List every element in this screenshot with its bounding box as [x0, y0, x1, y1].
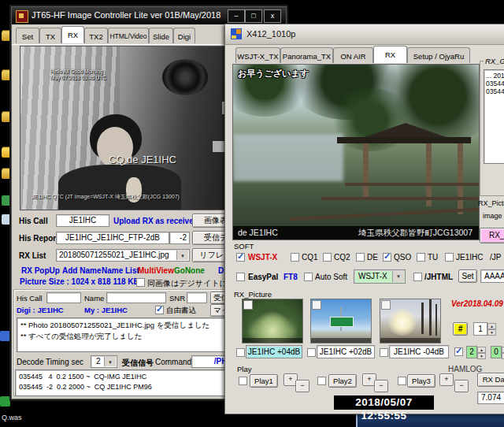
upload-rx-link[interactable]: Upload RX as received: [113, 217, 198, 225]
set-button[interactable]: Set: [458, 269, 477, 283]
play1-button[interactable]: Play1: [250, 374, 278, 388]
chevron-down-icon[interactable]: ▼: [176, 251, 188, 260]
soft-select[interactable]: WSJT-X▼: [354, 269, 406, 284]
rx-list-combobox[interactable]: 201805071255021_JE1IHC.jpg▼: [56, 249, 190, 262]
rx-ge-item[interactable]: 035445: [486, 87, 504, 95]
thumbnail-checkbox[interactable]: [312, 300, 321, 310]
de-checkbox[interactable]: [356, 253, 365, 262]
rx-ge-list[interactable]: ... 2018 035445 035445: [484, 69, 504, 164]
rx-message-line: ** Photo 201805071255021_JE1IHC.jpg を受信し…: [20, 321, 209, 331]
desktop-icon[interactable]: [0, 396, 10, 407]
decode-timing-select[interactable]: 2▼: [91, 355, 117, 368]
field1-checkbox[interactable]: [236, 348, 245, 357]
digi-call-label: Digi : JE1IHC: [17, 306, 64, 314]
rx-popup-link[interactable]: RX PopUp: [21, 266, 60, 275]
play1-minus-button[interactable]: −: [295, 380, 309, 392]
his-report-input[interactable]: JE1IHC_JE1IHC_FTP-2dB: [56, 232, 169, 244]
index-spinner[interactable]: 1 ▲▼: [473, 322, 487, 336]
thumbnail-tree: [421, 303, 424, 334]
field3-checkbox[interactable]: [380, 348, 388, 357]
tab-wsjt-x-tx[interactable]: WSJT-X_TX: [235, 47, 280, 63]
minimize-button[interactable]: –: [228, 9, 245, 23]
free-write-checkbox[interactable]: [155, 306, 164, 314]
tab-on-air[interactable]: ON AIR: [333, 47, 373, 63]
desktop-icon-label[interactable]: Q.was: [2, 414, 22, 421]
cq2-checkbox[interactable]: [323, 253, 332, 262]
frequency-select[interactable]: 7.074▼: [477, 392, 504, 404]
name-label: Name: [84, 294, 104, 303]
title-bar[interactable]: X412_1010p: [225, 24, 504, 45]
callsign-field-2[interactable]: JE1IHC +02dB: [317, 345, 375, 358]
thumbnail-tree: [435, 304, 437, 336]
tab-rx[interactable]: RX: [373, 46, 407, 63]
tab-panorama-tx[interactable]: Panorama_TX: [280, 47, 333, 63]
title-bar[interactable]: JT65-HF Image Controller Lite ver 01B/Ma…: [12, 7, 286, 24]
play3-checkbox[interactable]: [398, 377, 406, 385]
hash-button[interactable]: #: [453, 322, 468, 336]
his-call2-input[interactable]: [46, 292, 81, 303]
play2-button[interactable]: Play2: [328, 374, 357, 388]
tab-tx[interactable]: TX: [39, 28, 61, 43]
photo-valley-haze: [233, 134, 343, 181]
gonone-link[interactable]: GoNone: [174, 266, 205, 275]
rx-ge-item[interactable]: ... 2018: [486, 72, 504, 80]
jhtml-checkbox[interactable]: [413, 273, 422, 281]
cq1-checkbox[interactable]: [291, 253, 299, 262]
play3-button[interactable]: Play3: [407, 374, 435, 388]
close-button[interactable]: x: [264, 9, 281, 23]
tab-slide[interactable]: Slide: [149, 28, 173, 43]
row1-clipped-text: /JP: [490, 253, 501, 262]
tu-checkbox[interactable]: [417, 253, 425, 262]
name-input[interactable]: [106, 292, 166, 303]
add-name-link[interactable]: Add Name: [62, 266, 101, 275]
tab-set[interactable]: Set: [16, 28, 39, 43]
play1-checkbox[interactable]: [239, 377, 247, 385]
maximize-button[interactable]: □: [245, 9, 262, 23]
tab-setup-ojyaru[interactable]: Setup / OjyaRu: [407, 47, 470, 63]
green-spinner-2[interactable]: 0 ▲▼: [491, 346, 502, 358]
desktop-icon[interactable]: [0, 331, 10, 341]
spinner-arrows[interactable]: ▲▼: [487, 323, 496, 335]
play2-minus-button[interactable]: −: [374, 380, 388, 392]
thumbnail-checkbox[interactable]: [243, 300, 253, 310]
rx-thumbnail-1[interactable]: [242, 299, 303, 343]
his-call-label: His Call: [19, 217, 48, 225]
rx-picture-pink-button[interactable]: RX_P: [480, 228, 504, 243]
easypal-checkbox[interactable]: [236, 273, 245, 281]
same-image-checkbox[interactable]: [136, 278, 145, 287]
rx-photo-display: お早うございます de JE1IHC 埼玉県秩父郡皆野町JCG13007: [232, 64, 480, 240]
wsjtx-checkbox[interactable]: [236, 253, 245, 262]
rx-data-out-button[interactable]: RX Data OUT: [477, 373, 504, 387]
qso-checkbox[interactable]: [383, 253, 391, 262]
snr-input[interactable]: [187, 292, 207, 303]
aaaa-input[interactable]: AAAA: [480, 269, 504, 283]
chevron-down-icon[interactable]: ▼: [392, 271, 404, 282]
chevron-down-icon[interactable]: ▼: [104, 357, 116, 366]
spinner-arrows[interactable]: ▲▼: [477, 347, 486, 358]
callsign-field-1[interactable]: JE1IHC +04dB: [246, 345, 302, 358]
rx-thumbnail-2[interactable]: [310, 299, 372, 343]
rx-thumbnail-3[interactable]: [380, 299, 441, 343]
auto-soft-checkbox[interactable]: [304, 273, 313, 281]
je1ihc-checkbox[interactable]: [445, 253, 454, 262]
rx-ge-item[interactable]: 035445: [486, 80, 504, 87]
rx-ge-groupbox: RX_GE ... 2018 035445 035445: [480, 61, 504, 196]
play3-minus-button[interactable]: −: [454, 380, 469, 392]
spin-up-icon: ▲: [487, 323, 496, 329]
tab-rx[interactable]: RX: [61, 26, 84, 43]
play3-plus-button[interactable]: +: [439, 373, 454, 386]
thumbnail-checkbox[interactable]: [381, 300, 391, 310]
report-db-field[interactable]: -2: [169, 232, 190, 244]
name-list-link[interactable]: Name List: [102, 266, 139, 275]
spin-enable-checkbox[interactable]: [454, 347, 463, 356]
his-call-input[interactable]: JE1IHC: [56, 214, 109, 227]
field2-checkbox[interactable]: [307, 348, 316, 357]
green-spinner-1[interactable]: 2 ▲▼: [466, 346, 477, 358]
callsign-field-3[interactable]: JE1IHC -04dB: [389, 345, 449, 358]
tab-tx2[interactable]: TX2: [84, 28, 108, 43]
play2-checkbox[interactable]: [317, 377, 326, 385]
tab-html-video[interactable]: HTML/Video: [108, 28, 149, 43]
tab-digi[interactable]: Digi: [173, 28, 195, 43]
multiview-link[interactable]: MultiView: [138, 266, 174, 275]
decode-timing-label: Decode Timing sec: [17, 358, 83, 366]
